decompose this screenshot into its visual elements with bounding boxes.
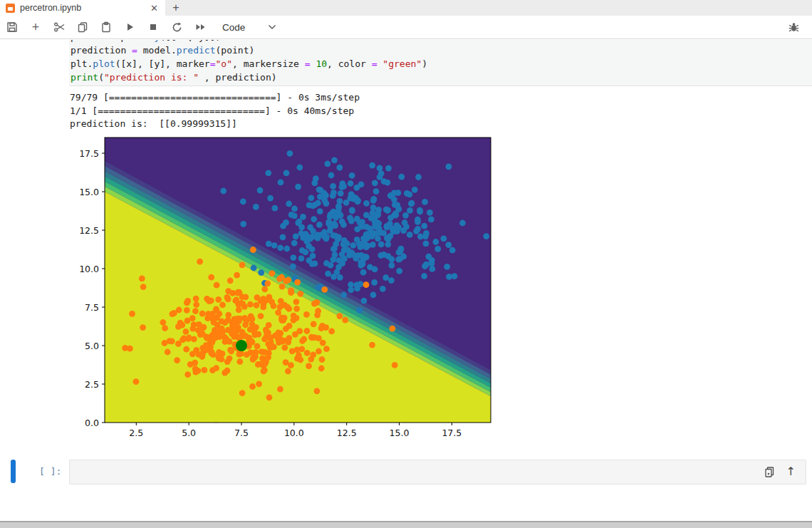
debugger-button[interactable]	[784, 17, 803, 37]
notebook-toolbar: + Code	[0, 16, 812, 39]
interrupt-kernel-button[interactable]	[143, 17, 163, 37]
new-tab-button[interactable]: +	[167, 0, 185, 16]
window-bottom-edge	[0, 521, 812, 528]
cell-action-buttons: ↑	[764, 466, 796, 477]
save-button[interactable]	[2, 17, 22, 37]
restart-run-all-button[interactable]	[190, 17, 210, 37]
tab-notebook[interactable]: percetron.ipynb ✕	[0, 0, 165, 16]
duplicate-cell-button[interactable]	[764, 466, 775, 477]
duplicate-cell-icon	[764, 466, 775, 477]
cell-type-dropdown[interactable]: Code	[222, 22, 276, 33]
svg-text:12.5: 12.5	[337, 428, 357, 438]
cut-cells-button[interactable]	[49, 17, 69, 37]
close-tab-icon[interactable]: ✕	[149, 3, 160, 14]
run-cell-button[interactable]	[120, 17, 140, 37]
cell-type-value: Code	[222, 22, 245, 33]
selected-cell-collapser[interactable]	[11, 460, 16, 483]
cut-icon	[53, 21, 66, 33]
svg-text:12.5: 12.5	[79, 225, 99, 236]
paste-cells-button[interactable]	[96, 17, 116, 37]
svg-text:10.0: 10.0	[79, 264, 99, 274]
restart-kernel-button[interactable]	[167, 17, 187, 37]
svg-text:10.0: 10.0	[284, 428, 304, 438]
notebook-file-icon	[6, 4, 15, 13]
copy-icon	[77, 21, 88, 33]
copy-cells-button[interactable]	[73, 17, 93, 37]
tab-bar: percetron.ipynb ✕ +	[0, 0, 812, 16]
tab-title: percetron.ipynb	[20, 3, 81, 13]
fast-forward-icon	[194, 21, 207, 33]
scatter-decision-boundary-chart: 2.55.07.510.012.515.017.50.02.55.07.510.…	[64, 137, 509, 447]
bug-icon	[788, 21, 800, 33]
svg-text:7.5: 7.5	[85, 302, 99, 313]
empty-cell-editor[interactable]: ↑	[69, 460, 806, 485]
chevron-down-icon	[268, 24, 276, 30]
svg-text:0.0: 0.0	[85, 418, 99, 428]
insert-cell-button[interactable]: +	[26, 17, 46, 37]
svg-text:2.5: 2.5	[129, 428, 143, 438]
svg-text:5.0: 5.0	[182, 428, 196, 438]
code-cell-editor[interactable]: point = np.array([[x , y]])prediction = …	[69, 40, 812, 86]
svg-text:17.5: 17.5	[79, 148, 99, 159]
svg-text:2.5: 2.5	[85, 379, 99, 390]
cell-output-text: 79/79 [==============================] -…	[70, 91, 360, 131]
run-icon	[124, 21, 135, 33]
stop-icon	[147, 21, 159, 33]
cell-prompt: [ ]:	[39, 466, 61, 477]
save-icon	[6, 21, 18, 33]
restart-icon	[171, 21, 183, 33]
svg-text:15.0: 15.0	[79, 187, 99, 197]
svg-text:15.0: 15.0	[390, 428, 410, 438]
svg-text:7.5: 7.5	[234, 428, 249, 438]
move-cell-up-button[interactable]: ↑	[786, 466, 796, 477]
paste-icon	[100, 21, 112, 33]
svg-text:5.0: 5.0	[85, 341, 99, 351]
svg-text:17.5: 17.5	[442, 428, 462, 438]
output-plot: 2.55.07.510.012.515.017.50.02.55.07.510.…	[64, 137, 509, 447]
